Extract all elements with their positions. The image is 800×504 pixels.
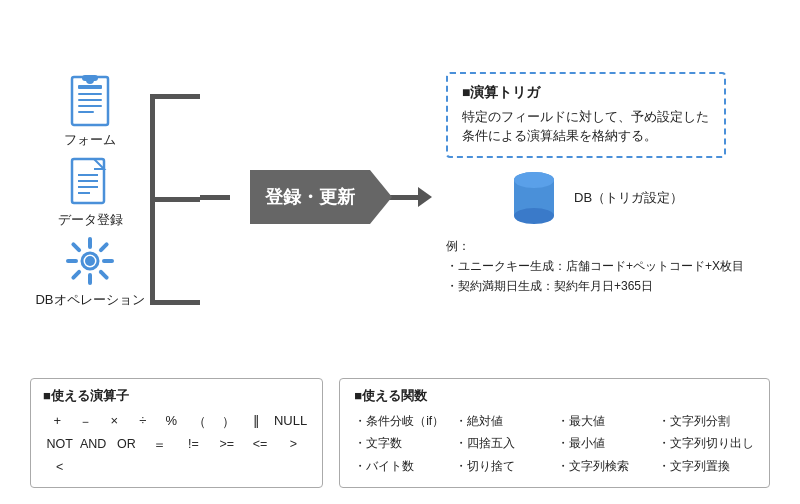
- op-eq: ＝: [143, 435, 176, 456]
- op-mult: ×: [100, 411, 128, 433]
- main-container: フォーム データ登録: [0, 0, 800, 504]
- svg-rect-7: [82, 75, 98, 81]
- functions-box: ■使える関数 ・条件分岐（if） ・絶対値 ・最大値 ・文字列分割 ・文字数 ・…: [339, 378, 770, 488]
- svg-point-25: [514, 208, 554, 224]
- svg-rect-5: [78, 111, 94, 113]
- op-lt: <: [43, 458, 76, 476]
- operators-box: ■使える演算子 + － × ÷ % （ ） ‖ NULL NOT AND OR …: [30, 378, 323, 488]
- example-line-1: ・ユニークキー生成：店舗コード+ペットコード+X枚目: [446, 259, 744, 273]
- op-or: OR: [110, 435, 143, 456]
- arrowhead: [418, 187, 432, 207]
- db-operation-icon-item: DBオペレーション: [35, 235, 144, 309]
- func-7: ・文字列切り出し: [658, 433, 755, 453]
- form-icon-item: フォーム: [64, 75, 116, 149]
- svg-line-21: [73, 272, 79, 278]
- operators-row2: NOT AND OR ＝ != >= <= > <: [43, 435, 310, 476]
- op-minus: －: [71, 411, 100, 433]
- op-gte: >=: [210, 435, 243, 456]
- data-entry-icon: [68, 155, 112, 207]
- op-rparen: ）: [214, 411, 243, 433]
- op-lte: <=: [243, 435, 276, 456]
- trigger-desc: 特定のフィールドに対して、予め設定した条件による演算結果を格納する。: [462, 108, 710, 146]
- op-not: NOT: [43, 435, 76, 456]
- example-line-2: ・契約満期日生成：契約年月日+365日: [446, 279, 653, 293]
- top-section: フォーム データ登録: [30, 20, 770, 364]
- op-pipe: ‖: [242, 411, 271, 433]
- svg-line-20: [101, 244, 107, 250]
- func-4: ・文字数: [354, 433, 451, 453]
- db-cylinder-icon: [506, 168, 562, 228]
- func-9: ・切り捨て: [455, 456, 552, 476]
- db-label: DB（トリガ設定）: [574, 189, 683, 207]
- operators-row1: + － × ÷ % （ ） ‖ NULL: [43, 411, 310, 433]
- bottom-section: ■使える演算子 + － × ÷ % （ ） ‖ NULL NOT AND OR …: [30, 378, 770, 488]
- data-entry-icon-item: データ登録: [58, 155, 123, 229]
- functions-title: ■使える関数: [354, 387, 755, 405]
- register-update-button: 登録・更新: [250, 170, 370, 224]
- trigger-box: ■演算トリガ 特定のフィールドに対して、予め設定した条件による演算結果を格納する…: [446, 72, 726, 158]
- examples-block: 例： ・ユニークキー生成：店舗コード+ペットコード+X枚目 ・契約満期日生成：契…: [446, 236, 744, 297]
- db-op-icon: [64, 235, 116, 287]
- func-6: ・最小値: [557, 433, 654, 453]
- func-2: ・最大値: [557, 411, 654, 431]
- left-column: フォーム データ登録: [30, 72, 150, 312]
- trigger-title: ■演算トリガ: [462, 84, 710, 102]
- func-8: ・バイト数: [354, 456, 451, 476]
- svg-rect-3: [78, 99, 102, 101]
- svg-rect-1: [78, 85, 102, 89]
- right-column: ■演算トリガ 特定のフィールドに対して、予め設定した条件による演算結果を格納する…: [432, 72, 770, 297]
- svg-point-26: [514, 172, 554, 188]
- operators-title: ■使える演算子: [43, 387, 310, 405]
- svg-point-22: [85, 256, 95, 266]
- examples-prefix: 例：: [446, 239, 470, 253]
- svg-line-18: [73, 244, 79, 250]
- db-row: DB（トリガ設定）: [506, 168, 683, 228]
- func-10: ・文字列検索: [557, 456, 654, 476]
- h-line-1: [150, 94, 200, 99]
- h-line-2: [150, 197, 200, 202]
- op-gt: >: [277, 435, 310, 456]
- register-update-label: 登録・更新: [265, 185, 355, 209]
- svg-rect-2: [78, 93, 102, 95]
- op-pct: %: [157, 411, 186, 433]
- op-plus: +: [43, 411, 71, 433]
- svg-rect-4: [78, 105, 102, 107]
- op-neq: !=: [177, 435, 210, 456]
- func-0: ・条件分岐（if）: [354, 411, 451, 431]
- h-line-3: [150, 300, 200, 305]
- op-div: ÷: [128, 411, 157, 433]
- op-lparen: （: [185, 411, 213, 433]
- op-and: AND: [76, 435, 109, 456]
- h-to-arrow: [200, 195, 230, 200]
- func-11: ・文字列置換: [658, 456, 755, 476]
- func-3: ・文字列分割: [658, 411, 755, 431]
- arrow-container: 登録・更新: [230, 170, 370, 224]
- func-5: ・四捨五入: [455, 433, 552, 453]
- form-label: フォーム: [64, 131, 116, 149]
- form-icon: [68, 75, 112, 127]
- svg-line-19: [101, 272, 107, 278]
- op-null: NULL: [271, 411, 310, 433]
- functions-content: ・条件分岐（if） ・絶対値 ・最大値 ・文字列分割 ・文字数 ・四捨五入 ・最…: [354, 411, 755, 476]
- func-1: ・絶対値: [455, 411, 552, 431]
- data-entry-label: データ登録: [58, 211, 123, 229]
- db-operation-label: DBオペレーション: [35, 291, 144, 309]
